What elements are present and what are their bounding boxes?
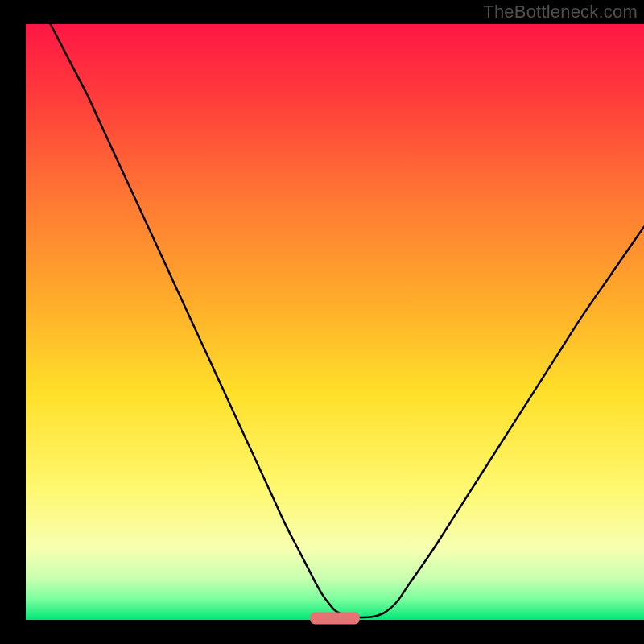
bottleneck-chart	[0, 0, 644, 644]
watermark-text: TheBottleneck.com	[483, 2, 638, 23]
chart-frame: TheBottleneck.com	[0, 0, 644, 644]
optimal-range-marker	[310, 613, 359, 625]
plot-background	[26, 24, 644, 620]
